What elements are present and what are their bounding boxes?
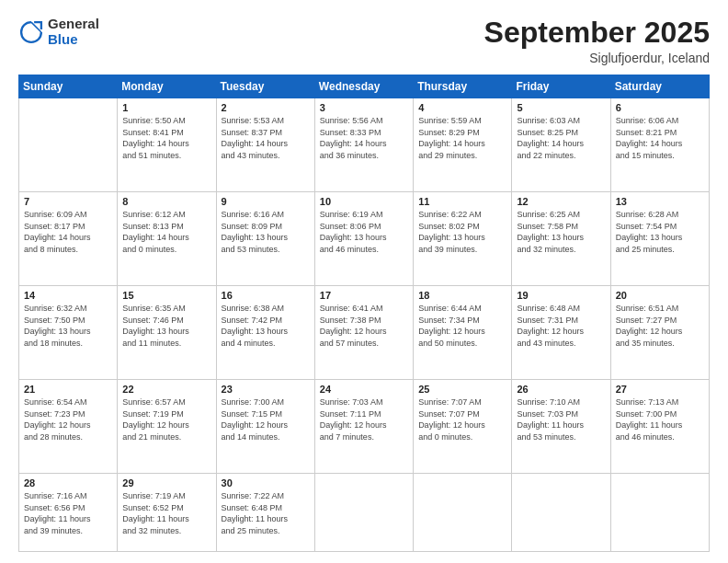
day-number: 10 [320, 196, 408, 207]
table-row: 20Sunrise: 6:51 AM Sunset: 7:27 PM Dayli… [610, 286, 709, 380]
table-row: 16Sunrise: 6:38 AM Sunset: 7:42 PM Dayli… [216, 286, 314, 380]
title-block: September 2025 Siglufjoerdur, Iceland [484, 17, 710, 65]
day-info: Sunrise: 7:22 AM Sunset: 6:48 PM Dayligh… [222, 490, 310, 536]
weekday-header-row: Sunday Monday Tuesday Wednesday Thursday… [19, 75, 710, 98]
table-row: 5Sunrise: 6:03 AM Sunset: 8:25 PM Daylig… [512, 98, 610, 192]
day-info: Sunrise: 6:41 AM Sunset: 7:38 PM Dayligh… [320, 303, 408, 349]
day-number: 13 [616, 196, 704, 207]
day-info: Sunrise: 6:19 AM Sunset: 8:06 PM Dayligh… [320, 209, 408, 255]
header-thursday: Thursday [414, 75, 512, 98]
day-number: 17 [320, 290, 408, 301]
table-row [610, 473, 709, 551]
month-title: September 2025 [484, 17, 710, 49]
table-row: 22Sunrise: 6:57 AM Sunset: 7:19 PM Dayli… [118, 380, 216, 474]
header-sunday: Sunday [19, 75, 118, 98]
day-info: Sunrise: 5:53 AM Sunset: 8:37 PM Dayligh… [222, 115, 310, 161]
day-info: Sunrise: 6:51 AM Sunset: 7:27 PM Dayligh… [616, 303, 704, 349]
day-number: 9 [222, 196, 310, 207]
table-row: 3Sunrise: 5:56 AM Sunset: 8:33 PM Daylig… [314, 98, 413, 192]
day-info: Sunrise: 6:32 AM Sunset: 7:50 PM Dayligh… [24, 303, 112, 349]
table-row: 15Sunrise: 6:35 AM Sunset: 7:46 PM Dayli… [118, 286, 216, 380]
day-number: 24 [320, 384, 408, 395]
table-row: 18Sunrise: 6:44 AM Sunset: 7:34 PM Dayli… [414, 286, 512, 380]
table-row: 10Sunrise: 6:19 AM Sunset: 8:06 PM Dayli… [314, 192, 413, 286]
day-number: 27 [616, 384, 704, 395]
day-info: Sunrise: 6:44 AM Sunset: 7:34 PM Dayligh… [418, 303, 506, 349]
table-row: 21Sunrise: 6:54 AM Sunset: 7:23 PM Dayli… [19, 380, 118, 474]
day-number: 26 [517, 384, 605, 395]
day-info: Sunrise: 6:48 AM Sunset: 7:31 PM Dayligh… [517, 303, 605, 349]
header-tuesday: Tuesday [216, 75, 314, 98]
table-row: 23Sunrise: 7:00 AM Sunset: 7:15 PM Dayli… [216, 380, 314, 474]
day-number: 12 [517, 196, 605, 207]
day-info: Sunrise: 6:28 AM Sunset: 7:54 PM Dayligh… [616, 209, 704, 255]
day-info: Sunrise: 7:13 AM Sunset: 7:00 PM Dayligh… [616, 396, 704, 442]
day-number: 23 [222, 384, 310, 395]
table-row: 30Sunrise: 7:22 AM Sunset: 6:48 PM Dayli… [216, 473, 314, 551]
day-info: Sunrise: 6:54 AM Sunset: 7:23 PM Dayligh… [24, 396, 112, 442]
table-row: 28Sunrise: 7:16 AM Sunset: 6:56 PM Dayli… [19, 473, 118, 551]
day-number: 8 [122, 196, 210, 207]
table-row [19, 98, 118, 192]
table-row: 27Sunrise: 7:13 AM Sunset: 7:00 PM Dayli… [610, 380, 709, 474]
day-number: 3 [320, 102, 408, 113]
table-row: 14Sunrise: 6:32 AM Sunset: 7:50 PM Dayli… [19, 286, 118, 380]
table-row: 17Sunrise: 6:41 AM Sunset: 7:38 PM Dayli… [314, 286, 413, 380]
calendar: Sunday Monday Tuesday Wednesday Thursday… [18, 75, 710, 552]
header-monday: Monday [118, 75, 216, 98]
page-header: General Blue September 2025 Siglufjoerdu… [18, 17, 710, 65]
day-info: Sunrise: 6:35 AM Sunset: 7:46 PM Dayligh… [122, 303, 210, 349]
table-row: 19Sunrise: 6:48 AM Sunset: 7:31 PM Dayli… [512, 286, 610, 380]
day-info: Sunrise: 6:16 AM Sunset: 8:09 PM Dayligh… [222, 209, 310, 255]
table-row [512, 473, 610, 551]
day-info: Sunrise: 6:22 AM Sunset: 8:02 PM Dayligh… [418, 209, 506, 255]
day-number: 30 [222, 477, 310, 488]
header-friday: Friday [512, 75, 610, 98]
day-number: 19 [517, 290, 605, 301]
table-row: 2Sunrise: 5:53 AM Sunset: 8:37 PM Daylig… [216, 98, 314, 192]
day-number: 15 [122, 290, 210, 301]
day-info: Sunrise: 7:10 AM Sunset: 7:03 PM Dayligh… [517, 396, 605, 442]
location: Siglufjoerdur, Iceland [484, 51, 710, 65]
day-number: 16 [222, 290, 310, 301]
header-wednesday: Wednesday [314, 75, 413, 98]
table-row: 24Sunrise: 7:03 AM Sunset: 7:11 PM Dayli… [314, 380, 413, 474]
day-number: 7 [24, 196, 112, 207]
table-row [414, 473, 512, 551]
day-info: Sunrise: 6:38 AM Sunset: 7:42 PM Dayligh… [222, 303, 310, 349]
day-number: 5 [517, 102, 605, 113]
day-number: 11 [418, 196, 506, 207]
table-row: 1Sunrise: 5:50 AM Sunset: 8:41 PM Daylig… [118, 98, 216, 192]
day-info: Sunrise: 6:25 AM Sunset: 7:58 PM Dayligh… [517, 209, 605, 255]
day-info: Sunrise: 7:00 AM Sunset: 7:15 PM Dayligh… [222, 396, 310, 442]
day-info: Sunrise: 6:09 AM Sunset: 8:17 PM Dayligh… [24, 209, 112, 255]
day-number: 29 [122, 477, 210, 488]
day-number: 25 [418, 384, 506, 395]
day-number: 4 [418, 102, 506, 113]
logo: General Blue [18, 17, 99, 47]
table-row: 8Sunrise: 6:12 AM Sunset: 8:13 PM Daylig… [118, 192, 216, 286]
day-info: Sunrise: 5:50 AM Sunset: 8:41 PM Dayligh… [122, 115, 210, 161]
header-saturday: Saturday [610, 75, 709, 98]
day-number: 1 [122, 102, 210, 113]
day-number: 6 [616, 102, 704, 113]
table-row: 4Sunrise: 5:59 AM Sunset: 8:29 PM Daylig… [414, 98, 512, 192]
table-row: 6Sunrise: 6:06 AM Sunset: 8:21 PM Daylig… [610, 98, 709, 192]
table-row: 13Sunrise: 6:28 AM Sunset: 7:54 PM Dayli… [610, 192, 709, 286]
day-info: Sunrise: 7:03 AM Sunset: 7:11 PM Dayligh… [320, 396, 408, 442]
day-number: 28 [24, 477, 112, 488]
day-info: Sunrise: 6:12 AM Sunset: 8:13 PM Dayligh… [122, 209, 210, 255]
day-info: Sunrise: 5:56 AM Sunset: 8:33 PM Dayligh… [320, 115, 408, 161]
day-number: 20 [616, 290, 704, 301]
table-row: 7Sunrise: 6:09 AM Sunset: 8:17 PM Daylig… [19, 192, 118, 286]
day-info: Sunrise: 6:06 AM Sunset: 8:21 PM Dayligh… [616, 115, 704, 161]
day-info: Sunrise: 7:07 AM Sunset: 7:07 PM Dayligh… [418, 396, 506, 442]
day-number: 14 [24, 290, 112, 301]
table-row [314, 473, 413, 551]
day-info: Sunrise: 6:03 AM Sunset: 8:25 PM Dayligh… [517, 115, 605, 161]
table-row: 26Sunrise: 7:10 AM Sunset: 7:03 PM Dayli… [512, 380, 610, 474]
day-info: Sunrise: 7:19 AM Sunset: 6:52 PM Dayligh… [122, 490, 210, 536]
table-row: 11Sunrise: 6:22 AM Sunset: 8:02 PM Dayli… [414, 192, 512, 286]
table-row: 12Sunrise: 6:25 AM Sunset: 7:58 PM Dayli… [512, 192, 610, 286]
day-info: Sunrise: 7:16 AM Sunset: 6:56 PM Dayligh… [24, 490, 112, 536]
